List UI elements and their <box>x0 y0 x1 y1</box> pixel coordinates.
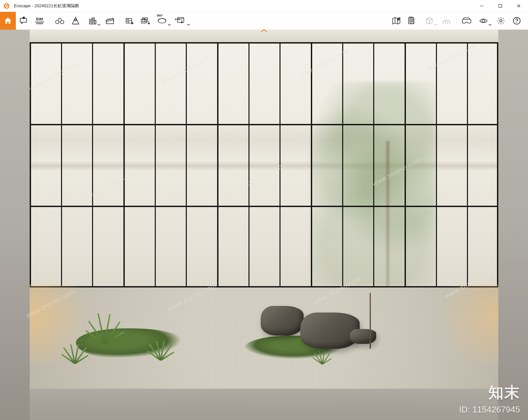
toolbar-separator <box>456 16 457 25</box>
batch-export-button[interactable] <box>138 12 154 30</box>
svg-point-4 <box>23 17 24 18</box>
minimap-button[interactable] <box>388 12 404 30</box>
title-separator: - <box>31 3 35 8</box>
watermark-brand: 知末 <box>488 382 520 403</box>
partition-vline-major <box>217 42 218 287</box>
bim-info-button[interactable]: BIM <box>404 12 420 30</box>
svg-rect-21 <box>411 18 414 24</box>
chevron-down-icon <box>434 23 437 26</box>
collapse-toolbar-caret[interactable] <box>260 28 268 34</box>
chevron-down-icon <box>488 23 492 26</box>
svg-point-24 <box>500 19 502 22</box>
binoculars-button[interactable] <box>52 12 68 30</box>
svg-point-6 <box>60 20 64 23</box>
svg-text:BIM: BIM <box>409 16 412 18</box>
partition-vline-minor <box>373 42 374 287</box>
exe-label: EXE <box>175 18 180 21</box>
partition-outer-frame <box>30 42 498 287</box>
partition-vline-minor <box>155 42 156 287</box>
scene-opening <box>30 42 498 420</box>
rock <box>261 306 304 336</box>
partition-vline-minor <box>61 42 62 287</box>
manage-views-button[interactable] <box>83 12 102 30</box>
partition-vline-minor <box>467 42 468 287</box>
scene-wall-right <box>498 30 528 420</box>
enscape-logo-icon <box>2 1 11 11</box>
window-controls <box>473 0 528 12</box>
document-title: 20240221长虹玻璃隔断 <box>34 3 79 8</box>
scene-floor-foreground <box>30 389 498 420</box>
partition-vline-minor <box>342 42 343 287</box>
home-button[interactable] <box>0 12 16 30</box>
svg-rect-10 <box>94 20 96 24</box>
svg-rect-1 <box>499 5 502 8</box>
svg-rect-0 <box>480 6 483 6</box>
chevron-down-icon <box>187 23 190 26</box>
fern-plant <box>135 316 185 365</box>
export-image-button[interactable] <box>122 12 138 30</box>
scene-wall-left <box>0 30 30 420</box>
partition-vline-minor <box>92 42 93 287</box>
svg-rect-20 <box>409 18 414 24</box>
partition-vline-minor <box>186 42 187 287</box>
glass-partition <box>30 42 498 287</box>
partition-hline <box>30 206 498 207</box>
partition-vline-minor <box>436 42 437 287</box>
visual-settings-button[interactable] <box>475 12 493 30</box>
chevron-down-icon <box>168 23 171 26</box>
toolbar-left: BIM <box>0 12 191 29</box>
sapling-trunk <box>370 293 371 349</box>
render-viewport[interactable]: www.znzmo.com www.znzmo.com www.znzmo.co… <box>0 30 528 420</box>
app-name: Enscape <box>14 3 31 8</box>
walkmode-button[interactable] <box>439 12 454 30</box>
headlight-button[interactable] <box>68 12 83 30</box>
svg-point-23 <box>482 19 485 22</box>
panorama-button[interactable]: 360° <box>154 12 172 30</box>
viewcube-button[interactable] <box>420 12 439 30</box>
svg-point-26 <box>516 22 517 23</box>
bim-label: BIM <box>36 17 43 21</box>
maximize-button[interactable] <box>491 0 510 12</box>
video-editor-button[interactable] <box>102 12 118 30</box>
help-button[interactable] <box>509 12 525 30</box>
watermark-id: ID: 1154267945 <box>459 405 520 415</box>
window-title: Enscape - 20240221长虹玻璃隔断 <box>14 3 79 9</box>
speech-button[interactable] <box>16 12 32 30</box>
settings-button[interactable] <box>493 12 509 30</box>
svg-point-7 <box>75 19 76 21</box>
svg-point-19 <box>398 19 399 19</box>
fern-plant <box>50 319 99 369</box>
bim-underline <box>35 22 44 22</box>
minimize-button[interactable] <box>473 0 491 12</box>
titlebar: Enscape - 20240221长虹玻璃隔断 <box>0 0 528 12</box>
warm-glow-right <box>412 284 498 363</box>
toolbar-separator <box>50 16 50 25</box>
partition-vline-minor <box>248 42 249 287</box>
bim-underline2 <box>36 23 43 24</box>
partition-vline-major <box>311 42 312 287</box>
vr-button[interactable] <box>459 12 475 30</box>
toolbar-right: BIM <box>388 12 528 29</box>
export-exe-button[interactable]: EXE <box>172 12 191 30</box>
chevron-down-icon <box>97 23 101 26</box>
toolbar-separator <box>120 16 120 25</box>
close-button[interactable] <box>510 0 528 12</box>
rock <box>300 313 360 349</box>
svg-point-5 <box>55 20 59 23</box>
toolbar: BIM <box>0 12 528 30</box>
bim-mode-button[interactable]: BIM <box>32 12 48 30</box>
partition-hline <box>30 124 498 125</box>
partition-vline-major <box>123 42 125 287</box>
panorama-label: 360° <box>156 14 163 17</box>
rock <box>350 329 376 344</box>
